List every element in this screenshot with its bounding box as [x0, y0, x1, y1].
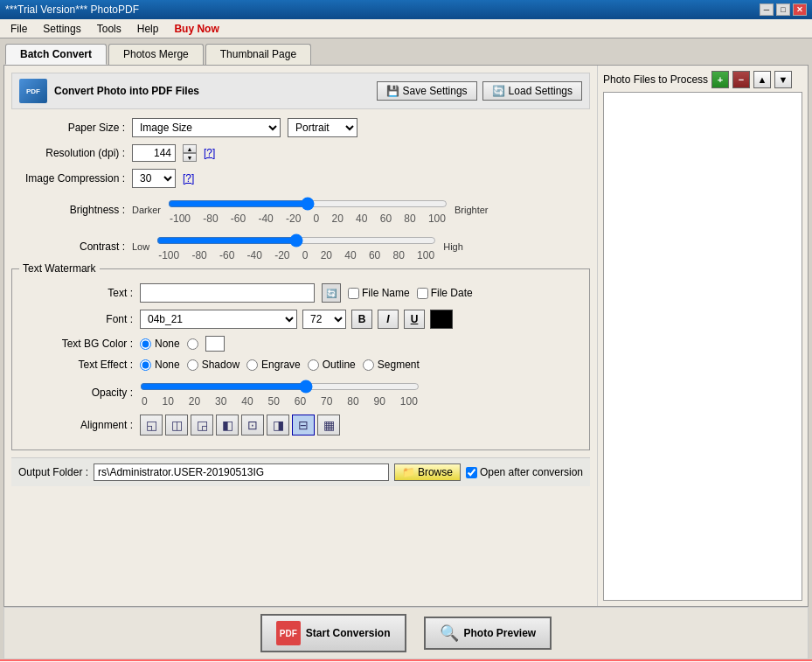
align-bot-center-button[interactable]: ⊟	[292, 415, 315, 436]
action-bar: PDF Start Conversion 🔍 Photo Preview	[3, 607, 809, 659]
maximize-button[interactable]: □	[776, 3, 790, 16]
menu-buy-now[interactable]: Buy Now	[167, 21, 226, 37]
output-path-input[interactable]	[94, 463, 389, 481]
effect-outline-radio[interactable]	[308, 359, 319, 371]
paper-size-select[interactable]: Image Size A4 Letter Legal A3	[132, 118, 281, 137]
browse-button[interactable]: 📁 Browse	[394, 463, 461, 481]
move-up-button[interactable]: ▲	[753, 71, 771, 88]
align-top-center-button[interactable]: ◫	[165, 415, 188, 436]
open-after-checkbox[interactable]	[466, 467, 477, 478]
effect-segment-radio[interactable]	[363, 359, 374, 371]
text-effect-radio-group: None Shadow Engrave Outline	[140, 359, 420, 371]
effect-engrave-label[interactable]: Engrave	[246, 359, 301, 371]
load-settings-button[interactable]: 🔄 Load Settings	[482, 81, 582, 101]
brightness-row: Brightness : Darker -100-80-60-40-20 020…	[11, 195, 590, 225]
file-list[interactable]	[603, 92, 802, 601]
opacity-slider[interactable]	[140, 378, 420, 395]
output-folder-row: Output Folder : 📁 Browse Open after conv…	[11, 457, 590, 486]
convert-icon: PDF	[19, 79, 47, 103]
brightness-label: Brightness :	[11, 204, 125, 216]
filedate-checkbox-label[interactable]: File Date	[417, 287, 473, 299]
filename-checkbox-label[interactable]: File Name	[348, 287, 410, 299]
resolution-spinner: ▲ ▼	[183, 144, 197, 162]
close-button[interactable]: ✕	[793, 3, 807, 16]
pdf-icon: PDF	[276, 621, 301, 645]
effect-engrave-radio[interactable]	[246, 359, 258, 371]
resolution-help[interactable]: [?]	[204, 147, 215, 159]
move-down-button[interactable]: ▼	[774, 71, 792, 88]
folder-icon: 📁	[402, 466, 415, 478]
bg-color-radio-group: None	[140, 336, 225, 352]
brightness-slider[interactable]	[168, 195, 448, 213]
opacity-ticks: 010203040 5060708090100	[140, 395, 420, 408]
right-panel: Photo Files to Process + − ▲ ▼	[598, 66, 808, 606]
compression-select[interactable]: 102030 405060 708090100	[132, 169, 176, 188]
filedate-checkbox[interactable]	[417, 288, 428, 299]
orientation-select[interactable]: Portrait Landscape	[288, 118, 357, 137]
tab-photos-merge[interactable]: Photos Merge	[108, 44, 204, 65]
minimize-button[interactable]: ─	[760, 3, 774, 16]
add-file-button[interactable]: +	[711, 71, 729, 88]
remove-file-button[interactable]: −	[732, 71, 750, 88]
resolution-input[interactable]	[132, 144, 176, 162]
magnifier-icon: 🔍	[440, 624, 459, 643]
bg-none-label[interactable]: None	[140, 338, 180, 350]
underline-button[interactable]: U	[404, 310, 425, 329]
bg-color-box[interactable]	[205, 336, 225, 352]
main-area: PDF Convert Photo into PDF Files 💾 Save …	[3, 65, 809, 607]
compression-help[interactable]: [?]	[183, 172, 194, 185]
convert-header-left: PDF Convert Photo into PDF Files	[19, 79, 199, 103]
brightness-label-row: Brightness : Darker -100-80-60-40-20 020…	[11, 195, 590, 225]
photo-preview-button[interactable]: 🔍 Photo Preview	[424, 617, 552, 650]
bg-none-radio[interactable]	[140, 338, 151, 350]
effect-shadow-label[interactable]: Shadow	[187, 359, 239, 371]
watermark-section: Text Watermark Text : 🔄 File Name File D…	[11, 268, 590, 450]
tab-thumbnail-page[interactable]: Thumbnail Page	[205, 44, 311, 65]
floppy-icon: 💾	[386, 85, 399, 97]
watermark-icon-button[interactable]: 🔄	[322, 283, 341, 303]
align-top-right-button[interactable]: ◲	[191, 415, 213, 436]
bold-button[interactable]: B	[351, 310, 372, 329]
text-color-swatch[interactable]	[430, 310, 453, 329]
align-mid-center-button[interactable]: ⊡	[241, 415, 264, 436]
effect-none-label[interactable]: None	[140, 359, 180, 371]
menu-settings[interactable]: Settings	[36, 21, 87, 37]
convert-label: Convert Photo into PDF Files	[54, 85, 199, 97]
watermark-text-input[interactable]	[140, 283, 315, 303]
font-size-select[interactable]: 8101214 16182436 4872	[302, 310, 346, 329]
resolution-up-button[interactable]: ▲	[183, 144, 197, 153]
open-after-label[interactable]: Open after conversion	[466, 466, 583, 478]
resolution-down-button[interactable]: ▼	[183, 153, 197, 162]
start-conversion-button[interactable]: PDF Start Conversion	[260, 614, 406, 652]
save-settings-button[interactable]: 💾 Save Settings	[377, 81, 477, 101]
filename-checkbox[interactable]	[348, 288, 359, 299]
left-panel: PDF Convert Photo into PDF Files 💾 Save …	[4, 66, 598, 606]
align-top-left-button[interactable]: ◱	[140, 415, 163, 436]
paper-size-label: Paper Size :	[11, 122, 125, 134]
resolution-row: Resolution (dpi) : ▲ ▼ [?]	[11, 144, 590, 162]
brightness-ticks: -100-80-60-40-20 020406080100	[168, 213, 448, 225]
brightness-darker-label: Darker	[132, 205, 161, 215]
effect-none-radio[interactable]	[140, 359, 151, 371]
bg-color-radio[interactable]	[187, 338, 198, 350]
font-select[interactable]: 04b_21ArialTimes New Roman Courier NewVe…	[140, 310, 297, 329]
align-mid-left-button[interactable]: ◧	[216, 415, 239, 436]
effect-outline-label[interactable]: Outline	[308, 359, 356, 371]
bg-color-row: Text BG Color : None	[19, 336, 582, 352]
menu-file[interactable]: File	[3, 21, 34, 37]
refresh-icon: 🔄	[492, 85, 505, 97]
contrast-high-label: High	[443, 241, 463, 252]
effect-segment-label[interactable]: Segment	[363, 359, 420, 371]
align-tile-button[interactable]: ▦	[317, 415, 340, 436]
effect-shadow-radio[interactable]	[187, 359, 198, 371]
menu-help[interactable]: Help	[130, 21, 166, 37]
font-controls: 04b_21ArialTimes New Roman Courier NewVe…	[140, 310, 453, 329]
italic-button[interactable]: I	[378, 310, 399, 329]
compression-label: Image Compression :	[11, 172, 125, 185]
contrast-slider[interactable]	[156, 232, 436, 249]
align-mid-right-button[interactable]: ◨	[267, 415, 289, 436]
menu-tools[interactable]: Tools	[90, 21, 128, 37]
tab-bar: Batch Convert Photos Merge Thumbnail Pag…	[0, 38, 812, 65]
tab-batch-convert[interactable]: Batch Convert	[5, 44, 107, 65]
contrast-ticks: -100-80-60-40-20 020406080100	[156, 249, 436, 261]
